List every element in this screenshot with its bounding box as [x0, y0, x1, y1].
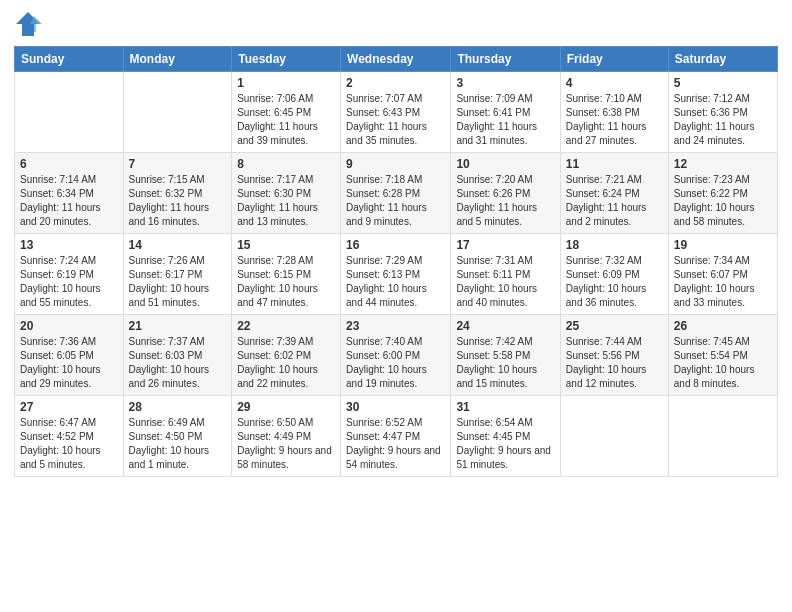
calendar-cell: 5Sunrise: 7:12 AM Sunset: 6:36 PM Daylig… — [668, 72, 777, 153]
day-info: Sunrise: 7:36 AM Sunset: 6:05 PM Dayligh… — [20, 335, 118, 391]
calendar-cell: 29Sunrise: 6:50 AM Sunset: 4:49 PM Dayli… — [232, 396, 341, 477]
calendar-cell — [668, 396, 777, 477]
calendar-cell: 17Sunrise: 7:31 AM Sunset: 6:11 PM Dayli… — [451, 234, 560, 315]
calendar-cell: 23Sunrise: 7:40 AM Sunset: 6:00 PM Dayli… — [341, 315, 451, 396]
day-info: Sunrise: 7:29 AM Sunset: 6:13 PM Dayligh… — [346, 254, 445, 310]
day-number: 10 — [456, 157, 554, 171]
day-number: 7 — [129, 157, 227, 171]
calendar-cell: 6Sunrise: 7:14 AM Sunset: 6:34 PM Daylig… — [15, 153, 124, 234]
calendar-day-header: Sunday — [15, 47, 124, 72]
day-info: Sunrise: 7:18 AM Sunset: 6:28 PM Dayligh… — [346, 173, 445, 229]
day-number: 4 — [566, 76, 663, 90]
day-number: 8 — [237, 157, 335, 171]
calendar-week-row: 13Sunrise: 7:24 AM Sunset: 6:19 PM Dayli… — [15, 234, 778, 315]
day-number: 13 — [20, 238, 118, 252]
day-info: Sunrise: 7:28 AM Sunset: 6:15 PM Dayligh… — [237, 254, 335, 310]
day-info: Sunrise: 7:32 AM Sunset: 6:09 PM Dayligh… — [566, 254, 663, 310]
calendar-cell: 27Sunrise: 6:47 AM Sunset: 4:52 PM Dayli… — [15, 396, 124, 477]
day-number: 2 — [346, 76, 445, 90]
day-info: Sunrise: 7:31 AM Sunset: 6:11 PM Dayligh… — [456, 254, 554, 310]
day-number: 16 — [346, 238, 445, 252]
calendar-cell: 11Sunrise: 7:21 AM Sunset: 6:24 PM Dayli… — [560, 153, 668, 234]
calendar-cell: 10Sunrise: 7:20 AM Sunset: 6:26 PM Dayli… — [451, 153, 560, 234]
day-info: Sunrise: 7:45 AM Sunset: 5:54 PM Dayligh… — [674, 335, 772, 391]
day-info: Sunrise: 7:17 AM Sunset: 6:30 PM Dayligh… — [237, 173, 335, 229]
calendar-cell — [123, 72, 232, 153]
day-info: Sunrise: 7:14 AM Sunset: 6:34 PM Dayligh… — [20, 173, 118, 229]
day-number: 23 — [346, 319, 445, 333]
day-info: Sunrise: 7:24 AM Sunset: 6:19 PM Dayligh… — [20, 254, 118, 310]
day-info: Sunrise: 7:39 AM Sunset: 6:02 PM Dayligh… — [237, 335, 335, 391]
day-number: 14 — [129, 238, 227, 252]
calendar-table: SundayMondayTuesdayWednesdayThursdayFrid… — [14, 46, 778, 477]
calendar-cell: 14Sunrise: 7:26 AM Sunset: 6:17 PM Dayli… — [123, 234, 232, 315]
calendar-cell: 25Sunrise: 7:44 AM Sunset: 5:56 PM Dayli… — [560, 315, 668, 396]
day-info: Sunrise: 7:37 AM Sunset: 6:03 PM Dayligh… — [129, 335, 227, 391]
calendar-cell: 31Sunrise: 6:54 AM Sunset: 4:45 PM Dayli… — [451, 396, 560, 477]
day-number: 19 — [674, 238, 772, 252]
calendar-day-header: Saturday — [668, 47, 777, 72]
day-info: Sunrise: 6:50 AM Sunset: 4:49 PM Dayligh… — [237, 416, 335, 472]
day-info: Sunrise: 7:23 AM Sunset: 6:22 PM Dayligh… — [674, 173, 772, 229]
calendar-cell: 1Sunrise: 7:06 AM Sunset: 6:45 PM Daylig… — [232, 72, 341, 153]
calendar-cell: 3Sunrise: 7:09 AM Sunset: 6:41 PM Daylig… — [451, 72, 560, 153]
day-number: 30 — [346, 400, 445, 414]
calendar-week-row: 1Sunrise: 7:06 AM Sunset: 6:45 PM Daylig… — [15, 72, 778, 153]
day-number: 11 — [566, 157, 663, 171]
calendar-week-row: 27Sunrise: 6:47 AM Sunset: 4:52 PM Dayli… — [15, 396, 778, 477]
day-info: Sunrise: 7:12 AM Sunset: 6:36 PM Dayligh… — [674, 92, 772, 148]
day-number: 17 — [456, 238, 554, 252]
day-number: 31 — [456, 400, 554, 414]
calendar-cell: 15Sunrise: 7:28 AM Sunset: 6:15 PM Dayli… — [232, 234, 341, 315]
calendar-cell: 28Sunrise: 6:49 AM Sunset: 4:50 PM Dayli… — [123, 396, 232, 477]
page: SundayMondayTuesdayWednesdayThursdayFrid… — [0, 0, 792, 612]
calendar-day-header: Monday — [123, 47, 232, 72]
day-info: Sunrise: 7:15 AM Sunset: 6:32 PM Dayligh… — [129, 173, 227, 229]
day-info: Sunrise: 7:20 AM Sunset: 6:26 PM Dayligh… — [456, 173, 554, 229]
calendar-cell: 24Sunrise: 7:42 AM Sunset: 5:58 PM Dayli… — [451, 315, 560, 396]
calendar-cell: 2Sunrise: 7:07 AM Sunset: 6:43 PM Daylig… — [341, 72, 451, 153]
day-number: 12 — [674, 157, 772, 171]
day-number: 6 — [20, 157, 118, 171]
calendar-cell: 8Sunrise: 7:17 AM Sunset: 6:30 PM Daylig… — [232, 153, 341, 234]
day-number: 26 — [674, 319, 772, 333]
day-info: Sunrise: 7:07 AM Sunset: 6:43 PM Dayligh… — [346, 92, 445, 148]
day-info: Sunrise: 7:21 AM Sunset: 6:24 PM Dayligh… — [566, 173, 663, 229]
logo — [14, 10, 46, 38]
day-info: Sunrise: 7:09 AM Sunset: 6:41 PM Dayligh… — [456, 92, 554, 148]
calendar-day-header: Thursday — [451, 47, 560, 72]
calendar-cell: 18Sunrise: 7:32 AM Sunset: 6:09 PM Dayli… — [560, 234, 668, 315]
day-number: 27 — [20, 400, 118, 414]
calendar-cell: 16Sunrise: 7:29 AM Sunset: 6:13 PM Dayli… — [341, 234, 451, 315]
calendar-day-header: Friday — [560, 47, 668, 72]
day-info: Sunrise: 7:10 AM Sunset: 6:38 PM Dayligh… — [566, 92, 663, 148]
day-info: Sunrise: 7:34 AM Sunset: 6:07 PM Dayligh… — [674, 254, 772, 310]
calendar-cell: 22Sunrise: 7:39 AM Sunset: 6:02 PM Dayli… — [232, 315, 341, 396]
day-number: 24 — [456, 319, 554, 333]
calendar-cell: 30Sunrise: 6:52 AM Sunset: 4:47 PM Dayli… — [341, 396, 451, 477]
calendar-cell: 21Sunrise: 7:37 AM Sunset: 6:03 PM Dayli… — [123, 315, 232, 396]
calendar-cell — [560, 396, 668, 477]
calendar-cell: 12Sunrise: 7:23 AM Sunset: 6:22 PM Dayli… — [668, 153, 777, 234]
calendar-cell: 20Sunrise: 7:36 AM Sunset: 6:05 PM Dayli… — [15, 315, 124, 396]
day-number: 1 — [237, 76, 335, 90]
calendar-cell: 4Sunrise: 7:10 AM Sunset: 6:38 PM Daylig… — [560, 72, 668, 153]
day-number: 18 — [566, 238, 663, 252]
header — [14, 10, 778, 38]
day-number: 20 — [20, 319, 118, 333]
calendar-cell — [15, 72, 124, 153]
day-info: Sunrise: 6:52 AM Sunset: 4:47 PM Dayligh… — [346, 416, 445, 472]
calendar-cell: 13Sunrise: 7:24 AM Sunset: 6:19 PM Dayli… — [15, 234, 124, 315]
day-number: 29 — [237, 400, 335, 414]
day-number: 9 — [346, 157, 445, 171]
day-info: Sunrise: 6:49 AM Sunset: 4:50 PM Dayligh… — [129, 416, 227, 472]
calendar-cell: 9Sunrise: 7:18 AM Sunset: 6:28 PM Daylig… — [341, 153, 451, 234]
day-info: Sunrise: 7:44 AM Sunset: 5:56 PM Dayligh… — [566, 335, 663, 391]
day-info: Sunrise: 6:47 AM Sunset: 4:52 PM Dayligh… — [20, 416, 118, 472]
day-info: Sunrise: 7:06 AM Sunset: 6:45 PM Dayligh… — [237, 92, 335, 148]
day-number: 25 — [566, 319, 663, 333]
calendar-header-row: SundayMondayTuesdayWednesdayThursdayFrid… — [15, 47, 778, 72]
calendar-cell: 26Sunrise: 7:45 AM Sunset: 5:54 PM Dayli… — [668, 315, 777, 396]
calendar-cell: 19Sunrise: 7:34 AM Sunset: 6:07 PM Dayli… — [668, 234, 777, 315]
calendar-day-header: Tuesday — [232, 47, 341, 72]
